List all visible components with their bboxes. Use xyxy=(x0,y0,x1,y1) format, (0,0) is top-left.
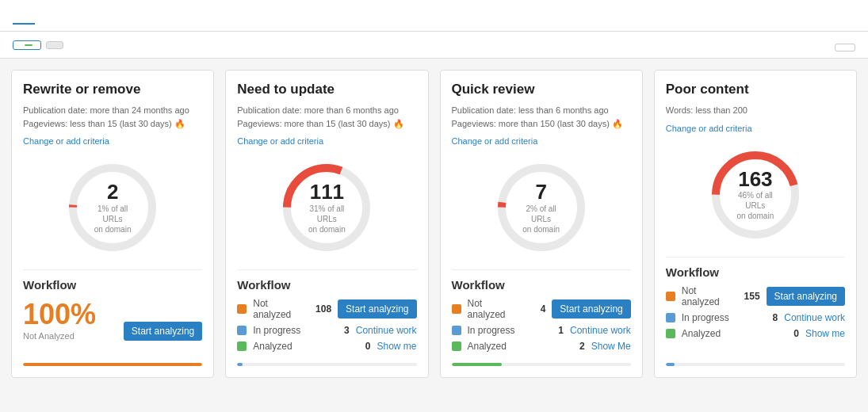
workflow-row: Analyzed 0 Show me xyxy=(666,328,845,339)
progress-fill xyxy=(666,363,675,366)
card-subtitle: Publication date: more than 24 months ag… xyxy=(23,104,202,130)
card-subtitle-line: Publication date: more than 24 months ag… xyxy=(23,104,202,117)
cards-container: Rewrite or remove Publication date: more… xyxy=(0,59,868,389)
wf-dot-blue xyxy=(452,326,461,335)
workflow-row: In progress 3 Continue work xyxy=(237,325,416,336)
progress-fill xyxy=(23,363,202,366)
wf-dot-green xyxy=(237,341,247,351)
workflow-body: 100% Not Analyzed Start analyzing xyxy=(23,298,202,341)
progress-fill xyxy=(452,363,502,366)
nav-tab-content-audit[interactable] xyxy=(13,7,35,25)
table-button[interactable] xyxy=(46,41,63,49)
wf-dot-orange xyxy=(452,304,461,314)
wf-count: 8 xyxy=(759,312,778,323)
card-criteria-link[interactable]: Change or add criteria xyxy=(666,124,845,133)
workflow-title: Workflow xyxy=(237,269,416,292)
card-subtitle-line: Publication date: less than 6 months ago xyxy=(452,104,631,117)
wf-count: 4 xyxy=(526,303,545,315)
start-analyzing-button[interactable]: Start analyzing xyxy=(552,299,630,319)
content-sets-badge xyxy=(25,44,33,46)
card-rewrite-or-remove: Rewrite or remove Publication date: more… xyxy=(11,70,214,378)
wf-dot-green xyxy=(452,341,461,351)
card-title: Rewrite or remove xyxy=(23,82,202,97)
donut-chart: 163 46% of all URLson domain xyxy=(708,147,803,242)
card-title: Need to update xyxy=(237,82,416,97)
wf-action-link[interactable]: Show Me xyxy=(591,341,631,352)
workflow-body: Not analyzed 4 Start analyzing In progre… xyxy=(452,298,631,352)
toolbar xyxy=(0,32,868,59)
settings-button[interactable] xyxy=(835,44,855,52)
content-sets-button[interactable] xyxy=(13,40,41,50)
workflow-title: Workflow xyxy=(452,269,631,292)
workflow-title: Workflow xyxy=(23,269,202,292)
workflow-percent-block: 100% Not Analyzed xyxy=(23,298,96,341)
wf-label: In progress xyxy=(468,325,539,336)
nav-tab-post-tracking[interactable] xyxy=(35,7,57,25)
wf-action-link[interactable]: Show me xyxy=(377,341,416,352)
donut-number: 111 xyxy=(303,181,350,204)
card-criteria-link[interactable]: Change or add criteria xyxy=(237,136,416,146)
toolbar-left xyxy=(13,40,63,50)
start-analyzing-button[interactable]: Start analyzing xyxy=(124,322,202,341)
card-subtitle: Publication date: less than 6 months ago… xyxy=(452,104,631,130)
wf-label: Analyzed xyxy=(682,328,774,339)
progress-bar-section xyxy=(452,358,631,366)
workflow-row: Not analyzed 4 Start analyzing xyxy=(452,298,631,320)
workflow-big-percent: 100% xyxy=(23,298,96,331)
card-subtitle-line: Pageviews: more than 150 (last 30 days) … xyxy=(452,117,631,131)
wf-count: 0 xyxy=(351,341,370,352)
progress-bar xyxy=(23,363,202,366)
card-quick-review: Quick review Publication date: less than… xyxy=(440,70,643,378)
wf-action-link[interactable]: Continue work xyxy=(784,312,845,323)
donut-number: 7 xyxy=(518,181,565,204)
wf-action-link[interactable]: Continue work xyxy=(570,325,631,336)
donut-section: 2 1% of all URLson domain xyxy=(23,152,202,263)
wf-count: 2 xyxy=(566,341,585,352)
top-nav xyxy=(0,0,868,32)
card-subtitle-line: Publication date: more than 6 months ago xyxy=(237,104,416,117)
card-subtitle-line: Words: less than 200 xyxy=(666,104,845,117)
workflow-row: Not analyzed 155 Start analyzing xyxy=(666,285,845,307)
progress-bar-section xyxy=(237,358,416,366)
wf-count: 108 xyxy=(312,303,331,315)
wf-dot-green xyxy=(666,329,675,338)
donut-label: 46% of all URLson domain xyxy=(732,190,779,221)
progress-bar-section xyxy=(23,358,202,366)
card-subtitle: Publication date: more than 6 months ago… xyxy=(237,104,416,130)
progress-fill xyxy=(237,363,243,366)
wf-action-link[interactable]: Continue work xyxy=(356,325,417,336)
donut-chart: 111 31% of all URLson domain xyxy=(279,160,374,255)
workflow-body: Not analyzed 155 Start analyzing In prog… xyxy=(666,285,845,339)
card-criteria-link[interactable]: Change or add criteria xyxy=(23,136,202,146)
not-analyzed-label: Not Analyzed xyxy=(23,331,96,341)
donut-section: 7 2% of all URLson domain xyxy=(452,152,631,263)
donut-section: 163 46% of all URLson domain xyxy=(666,139,845,250)
workflow-row: Analyzed 2 Show Me xyxy=(452,341,631,352)
wf-label: Analyzed xyxy=(253,341,345,352)
progress-bar xyxy=(666,363,845,366)
wf-count: 1 xyxy=(545,325,564,336)
donut-label: 31% of all URLson domain xyxy=(303,204,350,235)
card-subtitle-line: Pageviews: more than 15 (last 30 days) 🔥 xyxy=(237,117,416,131)
card-criteria-link[interactable]: Change or add criteria xyxy=(452,136,631,146)
donut-center: 7 2% of all URLson domain xyxy=(518,181,565,235)
donut-center: 163 46% of all URLson domain xyxy=(732,168,779,222)
wf-count: 3 xyxy=(331,325,350,336)
wf-label: Not analyzed xyxy=(253,298,306,320)
progress-bar xyxy=(452,363,631,366)
wf-dot-blue xyxy=(666,313,675,322)
toolbar-right xyxy=(835,38,855,52)
progress-bar xyxy=(237,363,416,366)
workflow-title: Workflow xyxy=(666,257,845,279)
workflow-row: In progress 8 Continue work xyxy=(666,312,845,323)
wf-label: In progress xyxy=(682,312,753,323)
donut-center: 111 31% of all URLson domain xyxy=(303,181,350,235)
wf-action-link[interactable]: Show me xyxy=(805,328,845,339)
start-analyzing-button[interactable]: Start analyzing xyxy=(767,287,845,306)
progress-bar-section xyxy=(666,358,845,366)
start-analyzing-button[interactable]: Start analyzing xyxy=(338,299,416,319)
donut-label: 1% of all URLson domain xyxy=(89,204,136,235)
card-poor-content: Poor content Words: less than 200 Change… xyxy=(654,70,857,378)
donut-label: 2% of all URLson domain xyxy=(518,204,565,235)
donut-number: 2 xyxy=(89,181,136,204)
